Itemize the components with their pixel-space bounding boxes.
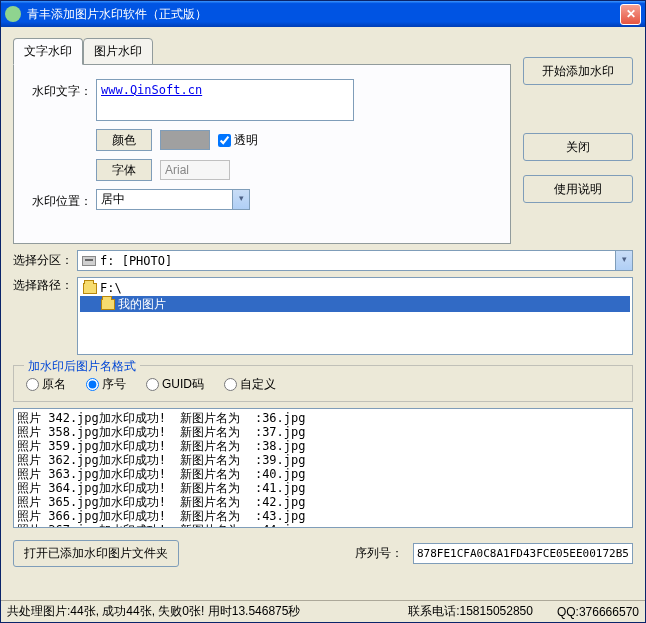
tab-text-watermark[interactable]: 文字水印 bbox=[13, 38, 83, 65]
serial-input[interactable] bbox=[413, 543, 633, 564]
drive-icon bbox=[82, 256, 96, 266]
close-button[interactable]: 关闭 bbox=[523, 133, 633, 161]
naming-legend: 加水印后图片名格式 bbox=[24, 358, 140, 375]
folder-open-icon bbox=[101, 299, 115, 310]
partition-dropdown[interactable]: f: [PHOTO] ▾ bbox=[77, 250, 633, 271]
titlebar: 青丰添加图片水印软件（正式版） ✕ bbox=[1, 1, 645, 27]
radio-guid[interactable]: GUID码 bbox=[146, 376, 204, 393]
path-selected-folder[interactable]: 我的图片 bbox=[80, 296, 630, 312]
position-dropdown[interactable]: 居中 ▾ bbox=[96, 189, 250, 210]
color-swatch[interactable] bbox=[160, 130, 210, 150]
app-icon bbox=[5, 6, 21, 22]
chevron-down-icon[interactable]: ▾ bbox=[232, 190, 249, 209]
log-line: 照片 364.jpg加水印成功! 新图片名为 :41.jpg bbox=[17, 481, 629, 495]
path-tree[interactable]: F:\ 我的图片 bbox=[77, 277, 633, 355]
wm-text-label: 水印文字： bbox=[32, 79, 96, 100]
tab-image-watermark[interactable]: 图片水印 bbox=[83, 38, 153, 65]
close-icon[interactable]: ✕ bbox=[620, 4, 641, 25]
log-output[interactable]: 照片 342.jpg加水印成功! 新图片名为 :36.jpg照片 358.jpg… bbox=[13, 408, 633, 528]
chevron-down-icon[interactable]: ▾ bbox=[615, 251, 632, 270]
status-summary: 共处理图片:44张, 成功44张, 失败0张! 用时13.546875秒 bbox=[7, 603, 300, 620]
help-button[interactable]: 使用说明 bbox=[523, 175, 633, 203]
serial-label: 序列号： bbox=[355, 545, 403, 562]
radio-sequence[interactable]: 序号 bbox=[86, 376, 126, 393]
log-line: 照片 362.jpg加水印成功! 新图片名为 :39.jpg bbox=[17, 453, 629, 467]
folder-open-icon bbox=[83, 283, 97, 294]
log-line: 照片 342.jpg加水印成功! 新图片名为 :36.jpg bbox=[17, 411, 629, 425]
log-line: 照片 365.jpg加水印成功! 新图片名为 :42.jpg bbox=[17, 495, 629, 509]
start-button[interactable]: 开始添加水印 bbox=[523, 57, 633, 85]
naming-groupbox: 加水印后图片名格式 原名 序号 GUID码 自定义 bbox=[13, 365, 633, 402]
log-line: 照片 367.jpg加水印成功! 新图片名为 :44.jpg bbox=[17, 523, 629, 528]
status-qq: QQ:376666570 bbox=[557, 605, 639, 619]
open-folder-button[interactable]: 打开已添加水印图片文件夹 bbox=[13, 540, 179, 567]
transparent-checkbox[interactable]: 透明 bbox=[218, 132, 258, 149]
log-line: 照片 359.jpg加水印成功! 新图片名为 :38.jpg bbox=[17, 439, 629, 453]
wm-text-input[interactable] bbox=[96, 79, 354, 121]
window-title: 青丰添加图片水印软件（正式版） bbox=[27, 6, 620, 23]
radio-original[interactable]: 原名 bbox=[26, 376, 66, 393]
partition-label: 选择分区： bbox=[13, 252, 77, 269]
log-line: 照片 363.jpg加水印成功! 新图片名为 :40.jpg bbox=[17, 467, 629, 481]
status-phone: 联系电话:15815052850 bbox=[408, 603, 533, 620]
log-line: 照片 358.jpg加水印成功! 新图片名为 :37.jpg bbox=[17, 425, 629, 439]
path-root[interactable]: F:\ bbox=[80, 280, 630, 296]
statusbar: 共处理图片:44张, 成功44张, 失败0张! 用时13.546875秒 联系电… bbox=[1, 600, 645, 622]
log-line: 照片 366.jpg加水印成功! 新图片名为 :43.jpg bbox=[17, 509, 629, 523]
font-button[interactable]: 字体 bbox=[96, 159, 152, 181]
color-button[interactable]: 颜色 bbox=[96, 129, 152, 151]
radio-custom[interactable]: 自定义 bbox=[224, 376, 276, 393]
path-label: 选择路径： bbox=[13, 277, 77, 294]
font-preview: Arial bbox=[160, 160, 230, 180]
position-label: 水印位置： bbox=[32, 189, 96, 210]
